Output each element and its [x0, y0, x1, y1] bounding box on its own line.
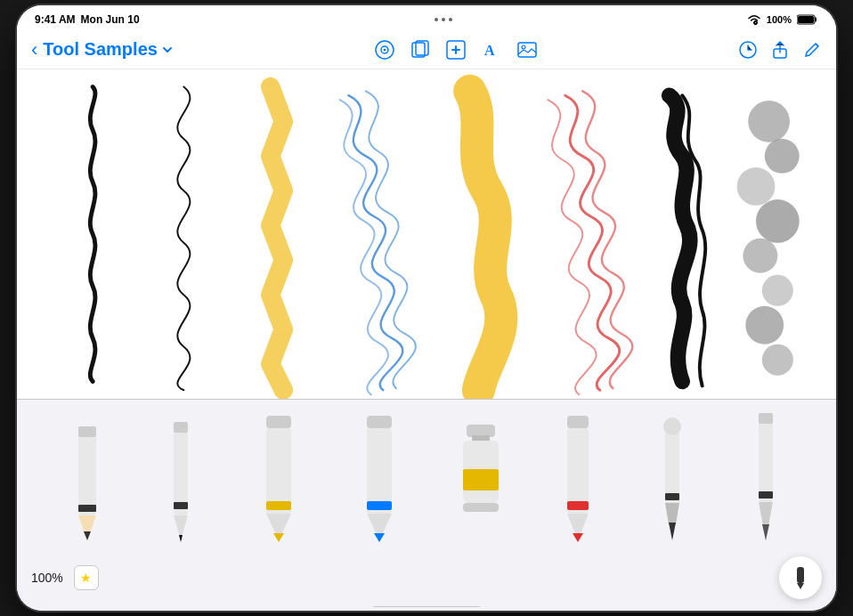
edit-icon[interactable] — [802, 40, 822, 60]
tool-fineliner[interactable] — [158, 409, 204, 542]
svg-point-5 — [383, 48, 386, 51]
svg-point-20 — [745, 306, 784, 344]
svg-point-11 — [522, 45, 525, 49]
fineliner-svg — [158, 409, 204, 542]
svg-marker-34 — [273, 533, 284, 542]
svg-marker-24 — [84, 531, 91, 540]
calligraphy-svg — [649, 409, 695, 542]
svg-rect-25 — [78, 426, 96, 437]
svg-rect-36 — [266, 501, 291, 510]
pages-icon[interactable] — [410, 39, 431, 61]
svg-point-19 — [762, 275, 793, 306]
status-right: 100% — [747, 14, 818, 25]
stroke-crayon — [548, 91, 632, 394]
status-left: 9:41 AM Mon Jun 10 — [35, 13, 140, 26]
svg-rect-42 — [467, 425, 495, 437]
svg-rect-45 — [463, 469, 499, 490]
toolbar-right — [738, 40, 822, 60]
paint-svg — [454, 409, 508, 542]
brush-svg — [743, 409, 789, 542]
svg-point-18 — [743, 239, 777, 273]
svg-rect-40 — [367, 416, 392, 428]
marker-blue-svg — [353, 409, 406, 542]
tool-pencil[interactable] — [64, 409, 110, 542]
svg-rect-50 — [567, 416, 589, 428]
toolbar-left: ‹ Tool Samples — [31, 38, 174, 61]
svg-rect-60 — [759, 413, 773, 424]
back-button[interactable]: ‹ — [31, 38, 37, 61]
svg-rect-56 — [665, 493, 679, 500]
tool-crayon[interactable] — [555, 409, 601, 542]
tool-marker-yellow[interactable] — [252, 409, 305, 542]
marker-yellow-svg — [252, 409, 305, 542]
svg-rect-22 — [78, 435, 96, 515]
history-icon[interactable] — [738, 40, 758, 60]
svg-text:A: A — [484, 43, 495, 58]
svg-rect-26 — [78, 505, 96, 512]
stroke-ribbon — [271, 86, 284, 390]
stroke-loops — [177, 86, 190, 390]
svg-marker-54 — [669, 523, 676, 540]
image-icon[interactable] — [516, 39, 538, 61]
svg-point-15 — [765, 139, 800, 174]
battery-label: 100% — [767, 14, 792, 25]
annotate-tool-icon[interactable] — [374, 39, 395, 61]
dot3 — [449, 18, 452, 21]
tools-row — [17, 400, 836, 551]
insert-icon[interactable] — [445, 39, 467, 61]
tool-brush[interactable] — [743, 409, 789, 542]
favorites-button[interactable]: ★ — [74, 565, 99, 590]
status-bar: 9:41 AM Mon Jun 10 100% — [17, 5, 836, 30]
svg-point-16 — [737, 167, 776, 206]
stroke-calligraphy — [670, 95, 706, 385]
battery-icon — [797, 14, 818, 25]
svg-point-55 — [663, 417, 681, 435]
svg-rect-31 — [174, 502, 188, 509]
svg-rect-51 — [567, 501, 589, 510]
svg-point-21 — [762, 344, 793, 376]
document-title[interactable]: Tool Samples — [43, 39, 174, 60]
svg-rect-61 — [759, 491, 773, 498]
svg-marker-63 — [797, 583, 804, 589]
ipad-frame: 9:41 AM Mon Jun 10 100% — [17, 5, 836, 611]
toolbar: ‹ Tool Samples — [17, 30, 836, 69]
svg-rect-57 — [759, 422, 773, 502]
svg-rect-52 — [665, 426, 679, 505]
stroke-ink-blot — [737, 101, 800, 376]
svg-marker-49 — [573, 533, 583, 542]
svg-rect-41 — [367, 501, 392, 510]
tool-marker-blue[interactable] — [353, 409, 406, 542]
svg-rect-35 — [266, 416, 291, 428]
wifi-icon — [747, 14, 761, 25]
dropdown-icon — [161, 44, 174, 56]
canvas-area[interactable] — [17, 69, 836, 399]
dot1 — [435, 18, 438, 21]
current-pen-icon — [791, 565, 810, 590]
pencil-svg — [64, 409, 110, 542]
tool-calligraphy[interactable] — [649, 409, 695, 542]
current-tool-indicator[interactable] — [779, 556, 822, 599]
current-tool-container — [779, 556, 822, 599]
dot2 — [442, 18, 445, 21]
home-indicator — [373, 606, 480, 607]
share-icon[interactable] — [770, 40, 790, 60]
stroke-squiggle — [90, 86, 95, 381]
tool-paint[interactable] — [454, 409, 508, 542]
svg-marker-53 — [665, 503, 679, 524]
svg-point-17 — [756, 199, 800, 243]
text-format-icon[interactable]: A — [481, 39, 502, 61]
svg-rect-30 — [174, 422, 188, 433]
stroke-scribble — [340, 91, 416, 394]
status-center — [435, 18, 452, 21]
title-text: Tool Samples — [43, 39, 158, 60]
toolbar-center: A — [374, 39, 538, 61]
svg-marker-39 — [374, 533, 385, 542]
svg-marker-59 — [762, 524, 769, 540]
bottom-bar: 100% ★ — [17, 551, 836, 606]
svg-rect-1 — [815, 18, 816, 22]
svg-point-14 — [748, 101, 790, 142]
svg-marker-29 — [179, 535, 183, 542]
stroke-blob — [470, 91, 501, 390]
star-icon: ★ — [80, 571, 92, 585]
tools-panel: 100% ★ — [17, 399, 836, 611]
